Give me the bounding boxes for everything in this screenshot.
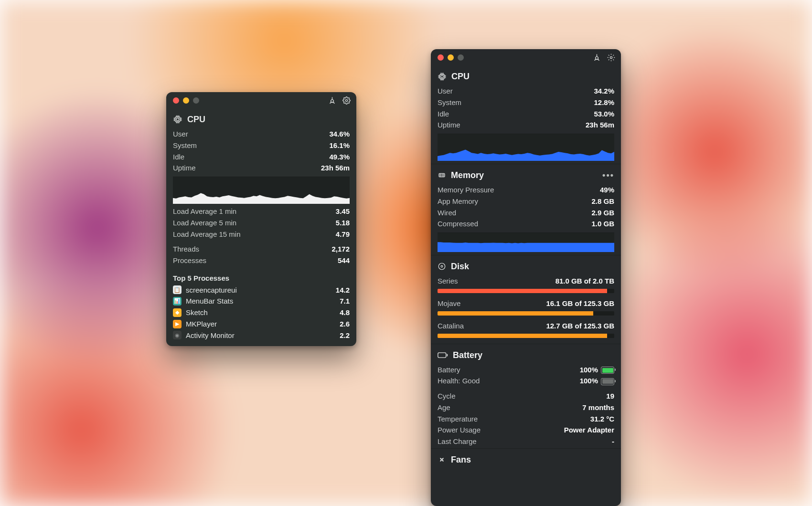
- pin-icon[interactable]: [592, 53, 601, 62]
- stat-value: 544: [338, 255, 350, 266]
- disk-name: Catalina: [438, 321, 464, 331]
- stat-label: User: [173, 129, 188, 139]
- zoom-button[interactable]: [458, 54, 464, 61]
- stat-value: 2.9 GB: [591, 208, 614, 218]
- stat-row: Memory Pressure49%: [438, 184, 614, 196]
- cpu-section-header[interactable]: CPU: [173, 111, 350, 128]
- disk-name: Series: [438, 276, 458, 286]
- fan-icon: [438, 455, 446, 464]
- stat-value: 1.0 GB: [591, 219, 614, 229]
- stat-row: Idle53.0%: [438, 108, 614, 120]
- process-row[interactable]: 📋 screencaptureui 14.2: [173, 285, 350, 296]
- stat-row: Uptime23h 56m: [173, 162, 350, 174]
- stat-value: 12.8%: [594, 97, 614, 108]
- close-button[interactable]: [173, 97, 179, 104]
- svg-point-8: [441, 265, 443, 267]
- process-row[interactable]: ◆ Sketch 4.8: [173, 307, 350, 318]
- stat-label: Last Charge: [438, 436, 477, 447]
- stat-row: Threads2,172: [173, 243, 350, 255]
- more-icon[interactable]: •••: [602, 169, 614, 181]
- process-name: MenuBar Stats: [186, 296, 335, 306]
- stat-row: Load Average 15 min4.79: [173, 229, 350, 240]
- stat-row: Temperature31.2 °C: [438, 413, 614, 425]
- stat-label: Battery: [438, 365, 460, 375]
- stat-label: Processes: [173, 255, 206, 266]
- memory-section-header[interactable]: Memory •••: [438, 167, 614, 184]
- process-value: 2.6: [340, 319, 350, 329]
- stat-row: Load Average 1 min3.45: [173, 206, 350, 217]
- stat-label: System: [438, 97, 461, 108]
- zoom-button[interactable]: [193, 97, 199, 104]
- stat-value: 49.3%: [329, 152, 350, 162]
- minimize-button[interactable]: [448, 54, 454, 61]
- stat-row: Battery 100%: [438, 364, 614, 376]
- process-row[interactable]: ◉ Activity Monitor 2.2: [173, 330, 350, 346]
- stat-label: Compressed: [438, 219, 478, 229]
- battery-section-header[interactable]: Battery: [438, 347, 614, 364]
- stat-row: User34.2%: [438, 85, 614, 97]
- stat-value: -: [612, 436, 614, 447]
- process-value: 14.2: [336, 285, 350, 295]
- fans-section-header[interactable]: Fans: [438, 452, 614, 469]
- disk-usage-bar: [438, 334, 614, 338]
- process-value: 4.8: [340, 307, 350, 318]
- cpu-usage-chart: [173, 177, 350, 204]
- battery-icon: [438, 352, 448, 358]
- stat-label: App Memory: [438, 196, 478, 207]
- process-value: 7.1: [340, 296, 350, 306]
- stat-value: 100%: [580, 376, 614, 386]
- stat-value: 2.8 GB: [591, 196, 614, 207]
- stat-row: Idle49.3%: [173, 151, 350, 163]
- stat-label: User: [438, 86, 453, 96]
- stat-row: System12.8%: [438, 97, 614, 108]
- stat-row: App Memory2.8 GB: [438, 196, 614, 207]
- cpu-section-header[interactable]: CPU: [438, 68, 614, 85]
- titlebar[interactable]: [166, 92, 356, 108]
- stat-label: Load Average 5 min: [173, 218, 236, 228]
- stat-value: 16.1%: [329, 140, 350, 151]
- process-value: 2.2: [340, 330, 350, 341]
- disk-usage-bar: [438, 311, 614, 316]
- memory-icon: [438, 171, 446, 179]
- stat-value: 31.2 °C: [590, 414, 614, 424]
- stat-row: Compressed1.0 GB: [438, 218, 614, 230]
- stat-row: Cycle19: [438, 390, 614, 402]
- disk-row: Series81.0 GB of 2.0 TB: [438, 275, 614, 287]
- process-row[interactable]: ▶ MKPlayer 2.6: [173, 318, 350, 330]
- titlebar[interactable]: [431, 49, 621, 65]
- stat-value: 23h 56m: [321, 163, 350, 173]
- stat-label: Health: Good: [438, 376, 480, 386]
- stat-value: 34.6%: [329, 129, 350, 139]
- close-button[interactable]: [438, 54, 444, 61]
- disk-icon: [438, 262, 446, 271]
- stat-label: Idle: [438, 109, 449, 119]
- minimize-button[interactable]: [183, 97, 189, 104]
- disk-value: 16.1 GB of 125.3 GB: [546, 298, 614, 309]
- svg-point-7: [438, 263, 445, 270]
- disk-row: Catalina12.7 GB of 125.3 GB: [438, 320, 614, 332]
- svg-rect-4: [440, 74, 445, 79]
- stat-value: 3.45: [336, 206, 350, 217]
- traffic-lights: [173, 97, 199, 104]
- battery-health-icon: [601, 378, 614, 385]
- disk-name: Mojave: [438, 298, 460, 309]
- stat-value: 23h 56m: [586, 120, 614, 130]
- disk-value: 81.0 GB of 2.0 TB: [556, 276, 614, 286]
- svg-rect-5: [441, 75, 443, 78]
- app-icon: ◉: [173, 331, 182, 339]
- section-title: CPU: [187, 113, 205, 126]
- disk-row: Mojave16.1 GB of 125.3 GB: [438, 298, 614, 309]
- pin-icon[interactable]: [328, 96, 336, 105]
- stat-label: Idle: [173, 152, 184, 162]
- svg-point-0: [345, 99, 347, 101]
- process-row[interactable]: 📊 MenuBar Stats 7.1: [173, 295, 350, 307]
- stat-label: Load Average 15 min: [173, 229, 241, 240]
- stat-row: User34.6%: [173, 128, 350, 140]
- settings-icon[interactable]: [342, 96, 351, 105]
- settings-icon[interactable]: [607, 53, 615, 62]
- stat-value: 7 months: [582, 402, 614, 413]
- stat-label: Cycle: [438, 391, 456, 401]
- disk-section-header[interactable]: Disk: [438, 258, 614, 275]
- stat-value: Power Adapter: [564, 425, 614, 435]
- stat-label: Age: [438, 402, 450, 413]
